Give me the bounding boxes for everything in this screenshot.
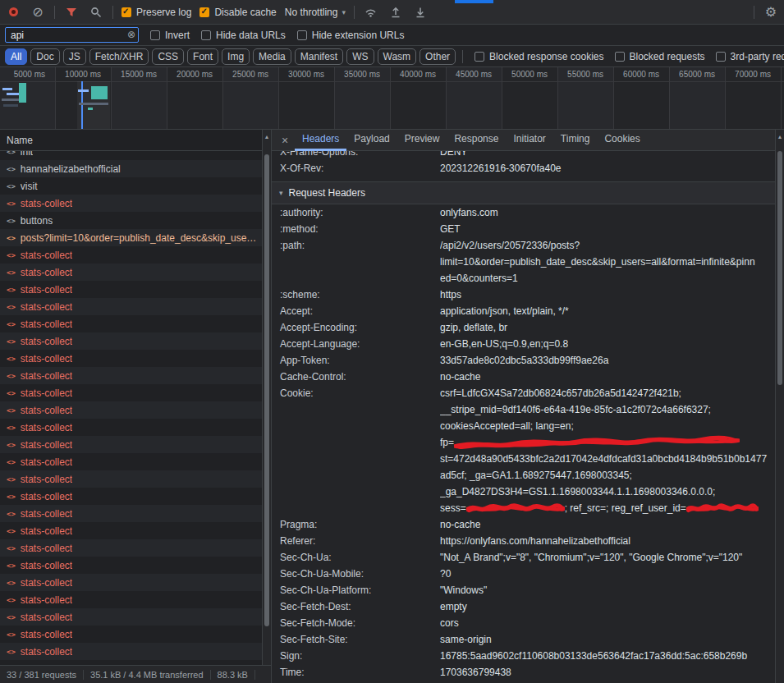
header-name: Sec-Ch-Ua-Platform: [280,582,440,598]
details-tab[interactable]: Response [447,130,506,151]
hide-extension-urls-checkbox[interactable]: Hide extension URLs [297,30,405,41]
request-row[interactable]: <> stats-collect [0,401,262,419]
type-filter-chip[interactable]: Other [420,48,456,65]
request-row[interactable]: <> stats-collect [0,557,262,574]
hide-data-urls-checkbox[interactable]: Hide data URLs [201,30,286,41]
scroll-up-icon[interactable]: ▲ [263,134,271,140]
request-row[interactable]: <> stats-collect [0,539,262,557]
clear-button[interactable]: ⊘ [30,4,46,21]
cookie-line-redacted: fp= [440,434,775,451]
details-tab[interactable]: Initiator [506,130,552,151]
request-row[interactable]: <> stats-collect [0,384,262,401]
request-row[interactable]: <> stats-collect [0,436,262,453]
type-filter-chip[interactable]: Media [253,48,291,65]
record-button[interactable] [5,4,21,21]
overview-band: 45000 ms [447,67,502,129]
scrollbar-thumb[interactable] [264,154,269,626]
overview-band: 65000 ms [670,67,726,129]
checkbox-unchecked-icon [716,52,726,62]
request-row[interactable]: <> stats-collect [0,626,262,643]
request-row[interactable]: <> stats-collect [0,660,262,665]
cookie-fp-prefix: fp= [440,434,454,451]
settings-button[interactable]: ⚙ [763,4,779,21]
details-tab[interactable]: Timing [553,130,598,151]
details-tab[interactable]: Preview [397,130,447,151]
type-filter-chip[interactable]: Doc [30,48,59,65]
type-filter-chip[interactable]: Font [187,48,218,65]
network-conditions-button[interactable] [363,4,379,21]
type-filter-chip[interactable]: Img [222,48,250,65]
disable-cache-checkbox[interactable]: Disable cache [199,7,276,18]
request-row[interactable]: <> stats-collect [0,246,262,264]
filter-input[interactable] [5,27,139,43]
request-row[interactable]: <> stats-collect [0,264,262,281]
header-name: X-Frame-Options: [280,151,440,160]
filter-checkbox[interactable]: Blocked requests [615,51,705,62]
type-filter-chip[interactable]: JS [63,48,86,65]
type-filter-chip[interactable]: Fetch/XHR [89,48,149,65]
request-headers-section-header[interactable]: ▾ Request Headers [272,181,775,204]
time-tick-label: 55000 ms [558,70,613,79]
request-row[interactable]: <> stats-collect [0,419,262,436]
name-column-header[interactable]: Name [0,130,271,151]
request-row[interactable]: <> stats-collect [0,643,262,660]
request-row[interactable]: <> stats-collect [0,281,262,298]
request-row[interactable]: <> stats-collect [0,298,262,315]
type-filter-chip[interactable]: Wasm [378,48,417,65]
filter-checkbox[interactable]: Blocked response cookies [475,51,603,62]
request-row[interactable]: <> stats-collect [0,591,262,608]
close-icon[interactable]: × [277,134,293,147]
filter-button[interactable] [63,4,80,21]
request-row[interactable]: <> hannahelizabethofficial [0,160,262,177]
request-list-scrollbar[interactable]: ▲ [262,130,271,665]
request-row[interactable]: <> stats-collect [0,195,262,212]
network-overview-timeline[interactable]: 5000 ms 10000 ms 15000 ms 20000 ms 25000… [0,67,784,130]
preserve-log-checkbox[interactable]: Preserve log [121,7,191,18]
request-row[interactable]: <> stats-collect [0,367,262,384]
export-har-button[interactable] [412,4,429,21]
overview-bands: 5000 ms 10000 ms 15000 ms 20000 ms 25000… [0,67,784,129]
request-row[interactable]: <> stats-collect [0,453,262,470]
search-button[interactable] [88,4,104,21]
type-filter-chip[interactable]: CSS [152,48,184,65]
details-tab[interactable]: Payload [346,130,397,151]
header-name: App-Token: [280,352,440,369]
request-type-icon: <> [7,424,16,432]
request-type-icon: <> [7,579,16,587]
header-name: Pragma: [280,516,440,533]
request-row[interactable]: <> buttons [0,212,262,229]
invert-checkbox[interactable]: Invert [150,30,190,41]
type-filter-chip[interactable]: All [5,48,27,65]
request-name: stats-collect [21,387,72,399]
details-tab[interactable]: Headers [295,130,346,151]
request-type-icon: <> [7,165,16,173]
header-row: :authority: onlyfans.com [272,204,775,221]
request-row[interactable]: <> stats-collect [0,332,262,350]
request-row[interactable]: <> visit [0,177,262,195]
clear-filter-icon[interactable]: ⊗ [127,29,135,40]
details-tab[interactable]: Cookies [597,130,647,151]
requests-count: 33 / 381 requests [0,670,84,680]
import-har-button[interactable] [387,4,404,21]
request-row[interactable]: <> init [0,151,262,160]
request-row[interactable]: <> stats-collect [0,315,262,332]
filter-checkbox[interactable]: 3rd-party requests [716,51,784,62]
request-row[interactable]: <> stats-collect [0,608,262,626]
request-row[interactable]: <> stats-collect [0,574,262,591]
type-filter-chip[interactable]: WS [346,48,374,65]
throttling-dropdown[interactable]: No throttling ▾ [285,7,346,18]
request-row[interactable]: <> posts?limit=10&order=publish_date_des… [0,229,262,246]
request-type-icon: <> [7,268,16,277]
scrollbar-thumb[interactable] [777,151,782,385]
type-filter-chip[interactable]: Manifest [295,48,343,65]
scroll-up-icon[interactable]: ▲ [776,134,784,140]
request-row[interactable]: <> stats-collect [0,488,262,505]
cookie-line: __stripe_mid=9df140f6-e64a-419e-85fc-a1c… [440,401,775,418]
details-scrollbar[interactable]: ▲ [775,130,784,683]
request-row[interactable]: <> stats-collect [0,350,262,367]
header-name: Accept-Encoding: [280,319,440,336]
request-row[interactable]: <> stats-collect [0,470,262,488]
request-row[interactable]: <> stats-collect [0,505,262,522]
request-row[interactable]: <> stats-collect [0,522,262,539]
header-value: no-cache [440,369,775,385]
